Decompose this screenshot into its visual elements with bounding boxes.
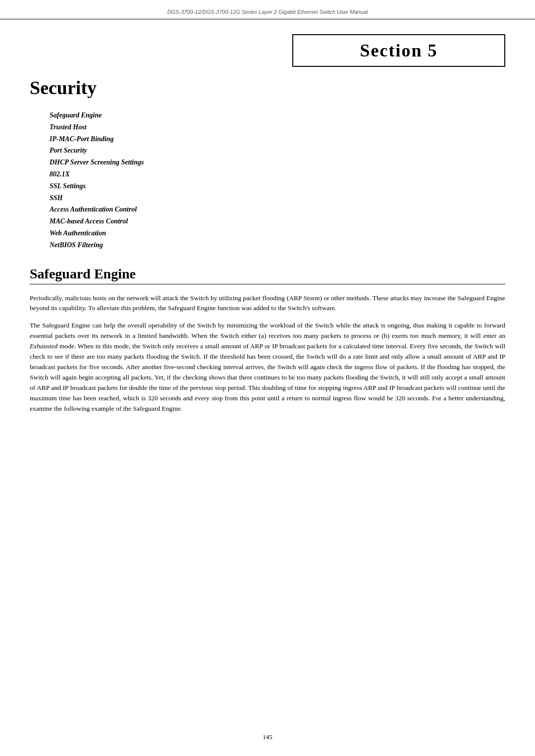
safeguard-paragraph-1: Periodically, malicious hosts on the net… xyxy=(30,293,505,314)
page-title: Security xyxy=(30,77,505,99)
toc-item: SSH xyxy=(50,192,505,204)
page-container: DGS-3700-12/DGS-3700-12G Series Layer 2 … xyxy=(0,0,535,756)
toc-item: DHCP Server Screening Settings xyxy=(50,157,505,168)
toc-item: 802.1X xyxy=(50,168,505,180)
page-number: 145 xyxy=(0,733,535,741)
toc-item: Trusted Host xyxy=(50,121,505,133)
toc-item: Port Security xyxy=(50,145,505,157)
main-content: Security Safeguard EngineTrusted HostIP-… xyxy=(0,67,535,451)
safeguard-engine-heading: Safeguard Engine xyxy=(30,266,505,284)
toc-item: MAC-based Access Control xyxy=(50,216,505,227)
section-label: Section xyxy=(360,41,423,60)
section-banner-container: Section 5 xyxy=(0,19,535,67)
toc-item: Web Authentication xyxy=(50,227,505,239)
safeguard-paragraph-2: The Safeguard Engine can help the overal… xyxy=(30,321,505,414)
page-header: DGS-3700-12/DGS-3700-12G Series Layer 2 … xyxy=(0,0,535,19)
toc-item: IP-MAC-Port Binding xyxy=(50,133,505,145)
toc-item: SSL Settings xyxy=(50,180,505,192)
toc-item: Safeguard Engine xyxy=(50,109,505,121)
header-subtitle: DGS-3700-12/DGS-3700-12G Series Layer 2 … xyxy=(30,9,505,15)
section-banner: Section 5 xyxy=(292,34,505,67)
toc-item: Access Authentication Control xyxy=(50,204,505,216)
section-number: 5 xyxy=(428,41,438,60)
toc-item: NetBIOS Filtering xyxy=(50,239,505,251)
toc-list: Safeguard EngineTrusted HostIP-MAC-Port … xyxy=(50,109,505,251)
